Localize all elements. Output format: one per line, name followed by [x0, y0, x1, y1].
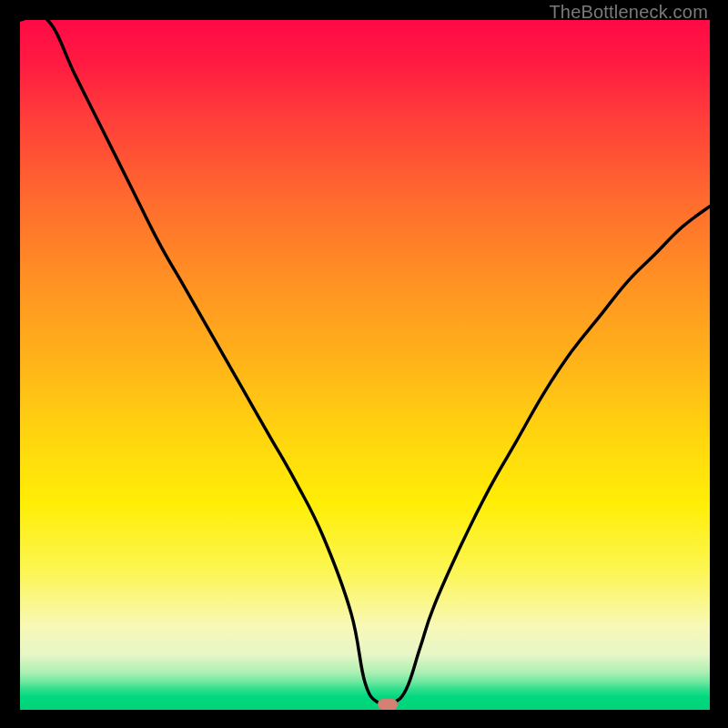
optimal-marker [378, 699, 398, 710]
watermark-label: TheBottleneck.com [549, 2, 708, 23]
bottleneck-curve [20, 20, 710, 705]
bottleneck-chart: TheBottleneck.com [0, 0, 728, 728]
curve-svg [20, 20, 710, 710]
plot-area [20, 20, 710, 710]
